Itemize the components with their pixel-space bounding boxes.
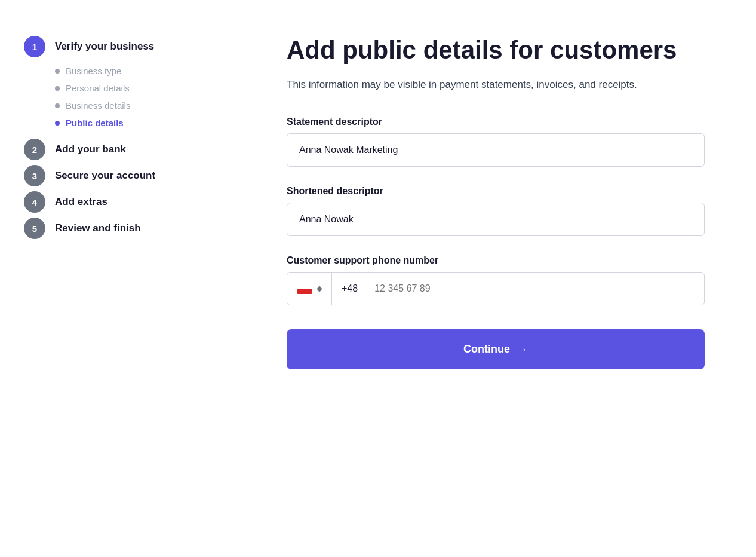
statement-descriptor-input[interactable] <box>287 133 705 167</box>
substep-dot-public-details <box>55 121 60 126</box>
substep-label-business-details: Business details <box>66 100 130 111</box>
phone-section: Customer support phone number +48 <box>287 255 705 305</box>
step-4[interactable]: 4 Add extras <box>24 191 227 213</box>
step-2-circle: 2 <box>24 139 45 160</box>
phone-label: Customer support phone number <box>287 255 705 266</box>
shortened-descriptor-label: Shortened descriptor <box>287 186 705 197</box>
page-description: This information may be visible in payme… <box>287 76 693 93</box>
flag-red-stripe <box>297 289 312 294</box>
flag-white-stripe <box>297 283 312 289</box>
main-content: Add public details for customers This in… <box>251 36 705 521</box>
phone-input-wrapper: +48 <box>287 272 705 305</box>
step-2[interactable]: 2 Add your bank <box>24 139 227 160</box>
step-2-label: Add your bank <box>55 143 126 155</box>
substep-business-type[interactable]: Business type <box>55 62 227 79</box>
phone-country-code: +48 <box>332 273 365 305</box>
poland-flag-icon <box>297 283 312 294</box>
step-4-label: Add extras <box>55 196 107 208</box>
statement-descriptor-label: Statement descriptor <box>287 117 705 127</box>
step-1-label: Verify your business <box>55 41 154 53</box>
step-1-circle: 1 <box>24 36 45 57</box>
continue-label: Continue <box>463 343 510 356</box>
step-5-circle: 5 <box>24 218 45 239</box>
step-3[interactable]: 3 Secure your account <box>24 165 227 186</box>
sidebar: 1 Verify your business Business type Per… <box>24 36 251 521</box>
step-1[interactable]: 1 Verify your business <box>24 36 227 57</box>
substep-public-details[interactable]: Public details <box>55 114 227 131</box>
step-1-substeps: Business type Personal details Business … <box>55 62 227 131</box>
step-3-label: Secure your account <box>55 170 155 182</box>
phone-number-input[interactable] <box>365 273 704 305</box>
shortened-descriptor-section: Shortened descriptor <box>287 186 705 236</box>
statement-descriptor-section: Statement descriptor <box>287 117 705 167</box>
substep-dot-business-details <box>55 103 60 108</box>
step-4-circle: 4 <box>24 191 45 213</box>
country-selector[interactable] <box>287 273 332 305</box>
substep-label-personal-details: Personal details <box>66 83 130 93</box>
substep-dot-business-type <box>55 69 60 74</box>
continue-button[interactable]: Continue → <box>287 329 705 369</box>
step-5-label: Review and finish <box>55 222 141 234</box>
substep-business-details[interactable]: Business details <box>55 97 227 114</box>
step-5[interactable]: 5 Review and finish <box>24 218 227 239</box>
substep-dot-personal-details <box>55 86 60 91</box>
substep-label-public-details: Public details <box>66 118 124 128</box>
substep-personal-details[interactable]: Personal details <box>55 79 227 97</box>
arrow-right-icon: → <box>516 342 528 356</box>
chevron-updown-icon <box>317 286 322 292</box>
page-title: Add public details for customers <box>287 36 705 65</box>
shortened-descriptor-input[interactable] <box>287 203 705 236</box>
step-3-circle: 3 <box>24 165 45 186</box>
substep-label-business-type: Business type <box>66 66 121 76</box>
